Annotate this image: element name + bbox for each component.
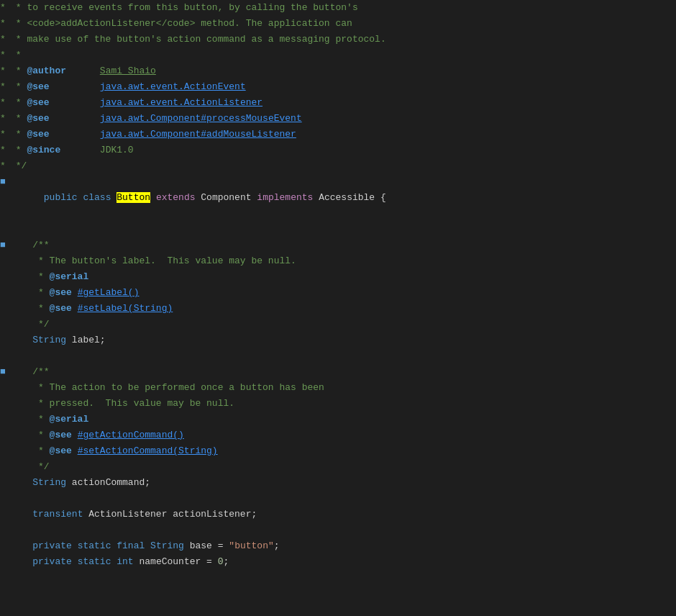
line-content-blank2 <box>10 348 16 364</box>
line-content-14: /** <box>10 237 50 253</box>
line-content-blank1 <box>10 222 16 237</box>
gutter-7: * <box>0 95 9 111</box>
code-line-15: * The button's label. This value may be … <box>0 253 676 269</box>
code-line-34: private static int nameCounter = 0; <box>0 554 676 570</box>
code-line-18: * @see #setLabel(String) <box>0 301 676 317</box>
line-content-34: private static int nameCounter = 0; <box>10 554 229 570</box>
gutter-1: * <box>0 0 9 16</box>
line-content-24: * pressed. This value may be null. <box>10 396 234 412</box>
line-content-5: * @author Sami Shaio <box>10 63 156 79</box>
code-line-28: */ <box>0 459 676 475</box>
line-content-8: * @see java.awt.Component#processMouseEv… <box>10 111 302 127</box>
code-line-11: * */ <box>0 158 676 174</box>
code-line-10: * * @since JDK1.0 <box>0 142 676 158</box>
code-line-blank3 <box>0 491 676 507</box>
gutter-11: * <box>0 158 9 174</box>
code-line-20: String label; <box>0 332 676 348</box>
code-line-25: * @serial <box>0 412 676 427</box>
code-line-4: * * <box>0 47 676 63</box>
line-content-22: /** <box>10 364 50 380</box>
line-content-23: * The action to be performed once a butt… <box>10 380 324 396</box>
code-line-17: * @see #getLabel() <box>0 285 676 301</box>
code-line-2: * * <code>addActionListener</code> metho… <box>0 16 676 32</box>
gutter-6: * <box>0 79 9 95</box>
line-content-11: */ <box>10 158 27 174</box>
line-content-7: * @see java.awt.event.ActionListener <box>10 95 262 111</box>
code-line-16: * @serial <box>0 269 676 285</box>
code-line-24: * pressed. This value may be null. <box>0 396 676 412</box>
code-line-blank1 <box>0 222 676 237</box>
line-content-12: public class Button extends Component im… <box>10 174 386 222</box>
code-line-7: * * @see java.awt.event.ActionListener <box>0 95 676 111</box>
line-content-19: */ <box>10 317 50 332</box>
code-line-9: * * @see java.awt.Component#addMouseList… <box>0 127 676 142</box>
gutter-9: * <box>0 127 9 142</box>
gutter-8: * <box>0 111 9 127</box>
line-content-4: * <box>10 47 22 63</box>
line-content-26: * @see #getActionCommand() <box>10 427 184 443</box>
line-content-27: * @see #setActionCommand(String) <box>10 443 218 459</box>
gutter-2: * <box>0 16 9 32</box>
code-line-29: String actionCommand; <box>0 475 676 491</box>
line-content-33: private static final String base = "butt… <box>10 538 280 554</box>
code-line-27: * @see #setActionCommand(String) <box>0 443 676 459</box>
line-content-16: * @serial <box>10 269 88 285</box>
gutter-5: * <box>0 63 9 79</box>
code-line-26: * @see #getActionCommand() <box>0 427 676 443</box>
line-content-6: * @see java.awt.event.ActionEvent <box>10 79 246 95</box>
code-line-blank4 <box>0 522 676 538</box>
line-content-18: * @see #setLabel(String) <box>10 301 173 317</box>
code-line-14: ■ /** <box>0 237 676 253</box>
line-content-10: * @since JDK1.0 <box>10 142 134 158</box>
gutter-22: ■ <box>0 364 9 380</box>
code-line-31: transient ActionListener actionListener; <box>0 507 676 522</box>
gutter-4: * <box>0 47 9 63</box>
code-line-8: * * @see java.awt.Component#processMouse… <box>0 111 676 127</box>
line-content-3: * make use of the button's action comman… <box>10 32 386 47</box>
line-content-blank3 <box>10 491 16 507</box>
code-line-12: ■ public class Button extends Component … <box>0 174 676 222</box>
code-line-blank2 <box>0 348 676 364</box>
code-editor: * * to receive events from this button, … <box>0 0 676 616</box>
line-content-28: */ <box>10 459 50 475</box>
code-line-19: */ <box>0 317 676 332</box>
line-content-17: * @see #getLabel() <box>10 285 139 301</box>
gutter-14: ■ <box>0 237 9 253</box>
code-line-33: private static final String base = "butt… <box>0 538 676 554</box>
line-content-25: * @serial <box>10 412 88 427</box>
code-line-22: ■ /** <box>0 364 676 380</box>
line-content-15: * The button's label. This value may be … <box>10 253 296 269</box>
gutter-3: * <box>0 32 9 47</box>
line-content-blank4 <box>10 522 16 538</box>
line-content-1: * to receive events from this button, by… <box>10 0 358 16</box>
line-content-29: String actionCommand; <box>10 475 150 491</box>
code-line-5: * * @author Sami Shaio <box>0 63 676 79</box>
line-content-2: * <code>addActionListener</code> method.… <box>10 16 352 32</box>
code-line-3: * * make use of the button's action comm… <box>0 32 676 47</box>
gutter-12: ■ <box>0 174 9 190</box>
gutter-10: * <box>0 142 9 158</box>
code-line-23: * The action to be performed once a butt… <box>0 380 676 396</box>
line-content-9: * @see java.awt.Component#addMouseListen… <box>10 127 296 142</box>
code-line-6: * * @see java.awt.event.ActionEvent <box>0 79 676 95</box>
line-content-31: transient ActionListener actionListener; <box>10 507 257 522</box>
line-content-20: String label; <box>10 332 106 348</box>
code-line-1: * * to receive events from this button, … <box>0 0 676 16</box>
